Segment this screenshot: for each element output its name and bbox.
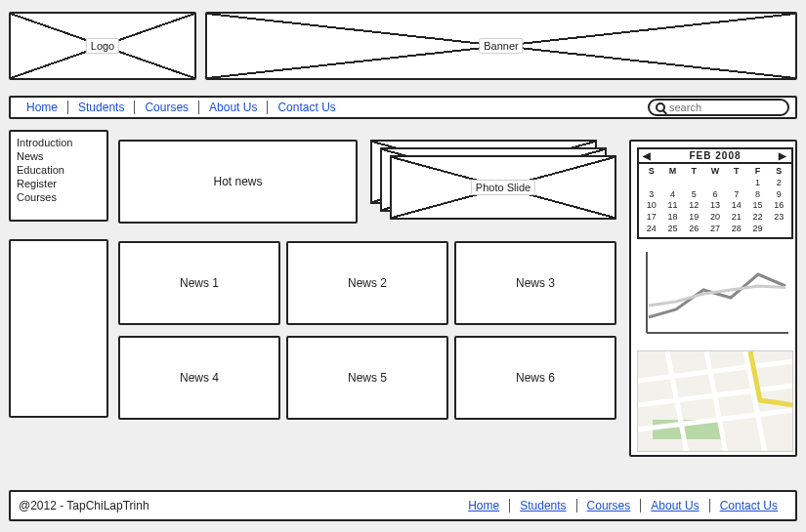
calendar-day xyxy=(683,178,704,189)
calendar-weekday: S xyxy=(768,166,789,178)
calendar-day[interactable]: 6 xyxy=(704,189,726,201)
right-column: ◀ FEB 2008 ▶ SMTWTFS12345678910111213141… xyxy=(629,140,797,457)
calendar-day[interactable]: 10 xyxy=(641,200,662,212)
calendar-day xyxy=(704,178,726,189)
calendar-day[interactable]: 12 xyxy=(683,200,704,212)
calendar-day[interactable]: 22 xyxy=(747,212,769,224)
calendar-widget[interactable]: ◀ FEB 2008 ▶ SMTWTFS12345678910111213141… xyxy=(637,147,793,239)
calendar-day[interactable]: 16 xyxy=(768,200,789,212)
photo-slide-label: Photo Slide xyxy=(471,180,535,195)
footer-link-about[interactable]: About Us xyxy=(641,499,708,512)
photo-slide-stack[interactable]: Photo Slide xyxy=(370,140,616,224)
footer-links: Home Students Courses About Us Contact U… xyxy=(458,499,787,512)
sidebar-item-education[interactable]: Education xyxy=(17,163,101,177)
news-card-5[interactable]: News 5 xyxy=(286,336,448,420)
calendar-day[interactable]: 18 xyxy=(662,212,684,224)
news-card-1[interactable]: News 1 xyxy=(118,241,280,325)
sidebar-blank-panel xyxy=(9,239,108,418)
calendar-day[interactable]: 9 xyxy=(768,189,789,201)
nav-courses[interactable]: Courses xyxy=(135,101,198,114)
sidebar-item-register[interactable]: Register xyxy=(17,177,101,190)
hot-news-panel[interactable]: Hot news xyxy=(118,140,358,224)
banner-placeholder: Banner xyxy=(205,12,797,80)
calendar-day[interactable]: 11 xyxy=(662,200,684,212)
search-icon xyxy=(656,102,665,112)
calendar-day[interactable]: 8 xyxy=(747,189,769,201)
footer-link-contact[interactable]: Contact Us xyxy=(710,499,787,512)
search-input[interactable] xyxy=(669,102,782,113)
calendar-day[interactable]: 19 xyxy=(683,212,704,224)
nav-about[interactable]: About Us xyxy=(199,101,267,114)
footer-link-students[interactable]: Students xyxy=(510,499,575,512)
footer-copyright: @2012 - TapChiLapTrinh xyxy=(19,499,149,512)
calendar-day[interactable]: 29 xyxy=(747,224,769,235)
news-label: News 4 xyxy=(180,371,219,385)
calendar-title: FEB 2008 xyxy=(689,150,741,161)
calendar-day[interactable]: 15 xyxy=(747,200,769,212)
calendar-day[interactable]: 23 xyxy=(768,212,789,224)
map-widget[interactable] xyxy=(637,350,793,452)
news-label: News 3 xyxy=(516,276,555,290)
news-card-6[interactable]: News 6 xyxy=(454,336,616,420)
banner-label: Banner xyxy=(479,38,523,54)
calendar-day[interactable]: 7 xyxy=(726,189,747,201)
footer-link-courses[interactable]: Courses xyxy=(577,499,641,512)
calendar-day[interactable]: 14 xyxy=(726,200,747,212)
news-label: News 6 xyxy=(516,371,555,385)
news-card-4[interactable]: News 4 xyxy=(118,336,280,420)
calendar-day[interactable]: 4 xyxy=(662,189,684,201)
sidebar: Introduction News Education Register Cou… xyxy=(9,130,108,222)
nav-students[interactable]: Students xyxy=(68,101,134,114)
calendar-next-icon[interactable]: ▶ xyxy=(779,150,787,161)
calendar-weekday: F xyxy=(747,166,769,178)
logo-placeholder: Logo xyxy=(9,12,196,80)
line-chart xyxy=(637,247,793,341)
calendar-day[interactable]: 24 xyxy=(641,224,662,235)
calendar-day[interactable]: 5 xyxy=(683,189,704,201)
calendar-day[interactable]: 25 xyxy=(662,224,684,235)
calendar-weekday: T xyxy=(726,166,747,178)
calendar-weekday: M xyxy=(662,166,684,178)
calendar-day[interactable]: 2 xyxy=(768,178,789,189)
news-label: News 2 xyxy=(348,276,387,290)
top-nav: Home Students Courses About Us Contact U… xyxy=(9,96,797,119)
calendar-day xyxy=(641,178,662,189)
sidebar-item-introduction[interactable]: Introduction xyxy=(17,136,101,149)
news-card-3[interactable]: News 3 xyxy=(454,241,616,325)
calendar-day[interactable]: 3 xyxy=(641,189,662,201)
calendar-grid: SMTWTFS123456789101112131415161718192021… xyxy=(639,164,791,237)
search-box[interactable] xyxy=(648,99,789,116)
sidebar-item-courses[interactable]: Courses xyxy=(17,190,101,204)
footer-link-home[interactable]: Home xyxy=(458,499,509,512)
calendar-day[interactable]: 26 xyxy=(683,224,704,235)
logo-label: Logo xyxy=(86,38,119,54)
photo-slide-front: Photo Slide xyxy=(390,155,616,220)
calendar-day xyxy=(662,178,684,189)
footer: @2012 - TapChiLapTrinh Home Students Cou… xyxy=(9,490,797,521)
calendar-prev-icon[interactable]: ◀ xyxy=(643,150,652,161)
calendar-day xyxy=(726,178,747,189)
calendar-day[interactable]: 27 xyxy=(704,224,726,235)
news-card-2[interactable]: News 2 xyxy=(286,241,448,325)
calendar-weekday: S xyxy=(641,166,662,178)
calendar-day[interactable]: 17 xyxy=(641,212,662,224)
nav-contact[interactable]: Contact Us xyxy=(268,101,345,114)
calendar-weekday: W xyxy=(704,166,726,178)
calendar-day[interactable]: 28 xyxy=(726,224,747,235)
news-label: News 1 xyxy=(180,276,219,290)
calendar-day[interactable]: 13 xyxy=(704,200,726,212)
calendar-weekday: T xyxy=(683,166,704,178)
news-label: News 5 xyxy=(348,371,387,385)
calendar-day[interactable]: 20 xyxy=(704,212,726,224)
hot-news-label: Hot news xyxy=(213,175,262,188)
sidebar-item-news[interactable]: News xyxy=(17,149,101,163)
calendar-day[interactable]: 21 xyxy=(726,212,747,224)
calendar-day[interactable]: 1 xyxy=(747,178,769,189)
nav-home[interactable]: Home xyxy=(17,101,67,114)
